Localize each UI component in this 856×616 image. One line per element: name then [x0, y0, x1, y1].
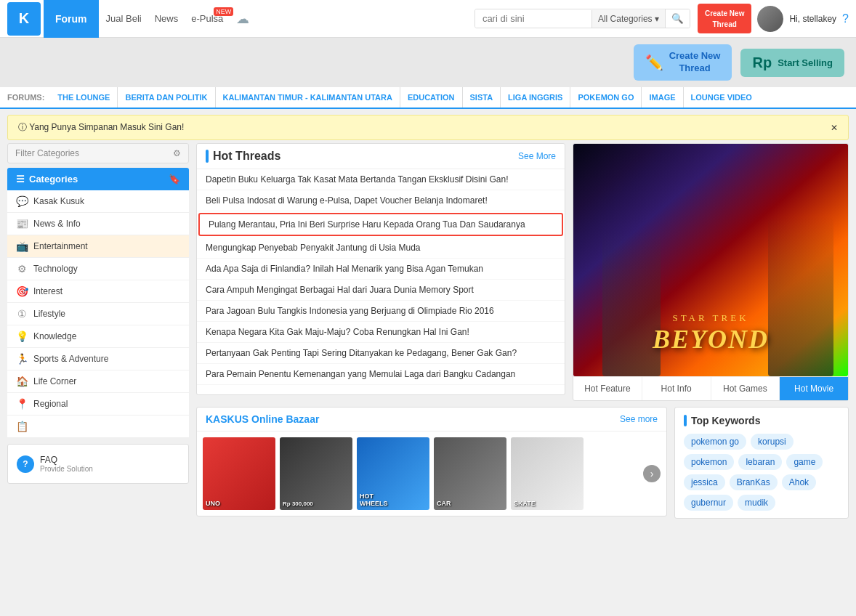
tab-berita[interactable]: BERITA DAN POLITIK: [118, 87, 215, 108]
filter-icon: ⚙: [173, 148, 181, 158]
bazaar-item-5[interactable]: SKATE: [511, 437, 584, 510]
bazaar-title: KASKUS Online Bazaar: [206, 413, 319, 425]
bazaar-item-2-label: Rp 300,000: [283, 500, 313, 507]
start-selling-button[interactable]: Rp Start Selling: [740, 49, 844, 77]
bulb-icon: 💡: [16, 331, 28, 342]
tab-pokemon-go[interactable]: POKEMON GO: [570, 87, 642, 108]
avatar-image: [757, 6, 783, 32]
keyword-brankas[interactable]: BranKas: [730, 474, 778, 490]
tab-hot-movie[interactable]: Hot Movie: [780, 377, 848, 400]
keyword-ahok[interactable]: Ahok: [782, 474, 816, 490]
faq-icon: ?: [17, 455, 34, 473]
top-keywords-section: Top Keywords pokemon go korupsi pokemon …: [674, 407, 849, 519]
search-button[interactable]: 🔍: [665, 9, 690, 28]
sidebar-item-entertainment[interactable]: 📺 Entertainment: [7, 235, 189, 258]
keyword-jessica[interactable]: jessica: [684, 474, 725, 490]
sidebar-item-life-corner[interactable]: 🏠 Life Corner: [7, 370, 189, 393]
thread-item-6[interactable]: Cara Ampuh Mengingat Berbagai Hal dari J…: [197, 280, 565, 301]
filter-label: Filter Categories: [15, 148, 79, 158]
sidebar-footer: ? FAQ Provide Solution: [7, 444, 189, 484]
search-category[interactable]: All Categories ▾: [591, 10, 665, 28]
sidebar-item-sports[interactable]: 🏃 Sports & Adventure: [7, 348, 189, 370]
notif-icon: ⓘ: [18, 122, 27, 132]
faq-item[interactable]: ? FAQ Provide Solution: [17, 450, 179, 477]
bazaar-item-5-label: SKATE: [514, 500, 536, 507]
keyword-game[interactable]: game: [786, 454, 823, 470]
sidebar-item-kasak-kusuk[interactable]: 💬 Kasak Kusuk: [7, 190, 189, 213]
sidebar-item-lifestyle[interactable]: ① Lifestyle: [7, 303, 189, 325]
nav-epulsa[interactable]: e-Pulsa NEW: [191, 13, 223, 24]
thread-item-5[interactable]: Ada Apa Saja di Finlandia? Inilah Hal Me…: [197, 259, 565, 280]
bazaar-item-1[interactable]: UNO: [203, 437, 275, 510]
sidebar-item-technology[interactable]: ⚙ Technology: [7, 258, 189, 280]
bazaar-more-link[interactable]: See more: [620, 414, 658, 424]
lower-section: KASKUS Online Bazaar See more UNO Rp 300…: [196, 407, 849, 522]
content-area: Hot Threads See More Dapetin Buku Keluar…: [196, 143, 849, 522]
thread-item-4[interactable]: Mengungkap Penyebab Penyakit Jantung di …: [197, 238, 565, 259]
create-thread-button[interactable]: ✏️ Create New Thread: [634, 44, 732, 81]
target-icon: 🎯: [16, 285, 28, 297]
keyword-korupsi[interactable]: korupsi: [751, 434, 794, 450]
keyword-pokemon-go[interactable]: pokemon go: [684, 434, 746, 450]
list-icon-small: 📋: [16, 421, 28, 432]
sidebar-item-interest[interactable]: 🎯 Interest: [7, 280, 189, 303]
sidebar-item-regional[interactable]: 📍 Regional: [7, 393, 189, 416]
bazaar-item-2[interactable]: Rp 300,000: [280, 437, 352, 510]
bazaar-item-3-label: HOTWHEELS: [360, 493, 388, 507]
username: Hi, stellakey: [789, 14, 836, 24]
tab-image[interactable]: IMAGE: [642, 87, 683, 108]
thread-item-1[interactable]: Dapetin Buku Keluarga Tak Kasat Mata Ber…: [197, 169, 565, 190]
notif-close-button[interactable]: ✕: [831, 123, 838, 133]
thread-item-7[interactable]: Para Jagoan Bulu Tangkis Indonesia yang …: [197, 301, 565, 322]
newspaper-icon: 📰: [16, 218, 28, 230]
bookmark-icon: 🔖: [169, 174, 180, 185]
logo[interactable]: K: [7, 2, 41, 36]
movie-title-block: STAR TREK BEYOND: [653, 312, 769, 354]
tab-lounge-video[interactable]: LOUNGE VIDEO: [684, 87, 759, 108]
categories-label: ☰ Categories: [16, 174, 78, 185]
see-more-link[interactable]: See More: [518, 151, 556, 161]
tab-sista[interactable]: SISTA: [463, 87, 501, 108]
keyword-mudik[interactable]: mudik: [738, 495, 775, 511]
sidebar-item-knowledge[interactable]: 💡 Knowledge: [7, 325, 189, 348]
tab-education[interactable]: EDUCATION: [400, 87, 463, 108]
tab-hot-info[interactable]: Hot Info: [642, 377, 711, 400]
thread-item-8[interactable]: Kenapa Negara Kita Gak Maju-Maju? Coba R…: [197, 322, 565, 343]
featured-section: STAR TREK BEYOND Hot Feature Hot Info Ho…: [573, 143, 849, 401]
notif-text: ⓘ Yang Punya Simpanan Masuk Sini Gan!: [18, 121, 184, 134]
thread-item-3-highlighted[interactable]: Pulang Merantau, Pria Ini Beri Surprise …: [198, 213, 563, 236]
promo-button[interactable]: Create New Thread: [698, 4, 751, 33]
sidebar-item-extra[interactable]: 📋: [7, 416, 189, 438]
tab-the-lounge[interactable]: THE LOUNGE: [50, 87, 118, 108]
bazaar-next-button[interactable]: ›: [643, 465, 661, 482]
filter-categories-box[interactable]: Filter Categories ⚙: [7, 143, 189, 163]
bazaar-item-4[interactable]: CAR: [434, 437, 506, 510]
nav-forum[interactable]: Forum: [44, 0, 99, 38]
keyword-gubernur[interactable]: gubernur: [684, 495, 733, 511]
bazaar-item-3[interactable]: HOTWHEELS: [357, 437, 429, 510]
keyword-pokemon[interactable]: pokemon: [684, 454, 734, 470]
faq-text-block: FAQ Provide Solution: [40, 455, 93, 473]
rp-icon: Rp: [752, 54, 772, 71]
tab-hot-feature[interactable]: Hot Feature: [573, 377, 642, 400]
tab-liga[interactable]: LIGA INGGRIS: [501, 87, 570, 108]
thread-item-9[interactable]: Pertanyaan Gak Penting Tapi Sering Ditan…: [197, 343, 565, 364]
help-icon[interactable]: ?: [842, 12, 849, 25]
search-input[interactable]: [475, 9, 591, 28]
featured-tabs: Hot Feature Hot Info Hot Games Hot Movie: [573, 376, 848, 400]
sidebar-item-news-info[interactable]: 📰 News & Info: [7, 213, 189, 235]
thread-item-10[interactable]: Para Pemain Penentu Kemenangan yang Memu…: [197, 364, 565, 385]
forum-tabs: FORUMS: THE LOUNGE BERITA DAN POLITIK KA…: [0, 87, 856, 109]
pencil-icon: ✏️: [645, 54, 663, 71]
nav-links: Jual Beli News e-Pulsa NEW ☁: [106, 11, 467, 27]
nav-news[interactable]: News: [155, 13, 179, 24]
categories-header[interactable]: ☰ Categories 🔖: [7, 168, 189, 190]
forums-label: FORUMS:: [7, 93, 44, 102]
keyword-lebaran[interactable]: lebaran: [738, 454, 782, 470]
weather-icon: ☁: [236, 11, 249, 27]
tab-hot-games[interactable]: Hot Games: [711, 377, 780, 400]
main-layout: Filter Categories ⚙ ☰ Categories 🔖 💬 Kas…: [7, 143, 849, 522]
tab-kalimantan[interactable]: KALIMANTAN TIMUR - KALIMANTAN UTARA: [216, 87, 400, 108]
nav-jualbeli[interactable]: Jual Beli: [106, 13, 142, 24]
thread-item-2[interactable]: Beli Pulsa Indosat di Warung e-Pulsa, Da…: [197, 190, 565, 211]
